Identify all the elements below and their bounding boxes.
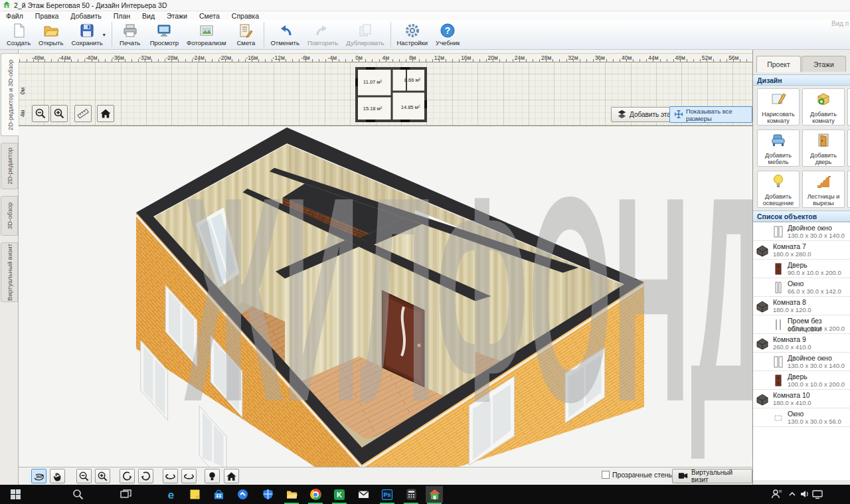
menu-item-Этажи[interactable]: Этажи: [161, 12, 193, 20]
view-light-sm-button[interactable]: [205, 469, 220, 483]
object-item-room[interactable]: Комната 10 180.0 x 410.0: [753, 390, 850, 408]
undo-button[interactable]: Отменить: [266, 21, 303, 48]
vruler-label: 0м: [19, 88, 26, 95]
taskbar-kompas-icon[interactable]: K: [331, 486, 348, 503]
object-item-room[interactable]: Комната 7 180.0 x 280.0: [753, 241, 850, 260]
object-item-room[interactable]: Комната 9 260.0 x 410.0: [753, 334, 850, 353]
plan-home-button[interactable]: [97, 105, 114, 122]
taskbar-mail-icon[interactable]: [355, 486, 372, 503]
taskbar-start-icon[interactable]: [7, 486, 24, 503]
menu-item-Файл[interactable]: Файл: [0, 12, 29, 20]
view-rot360-button[interactable]: 360: [31, 469, 46, 483]
taskbar-search-icon[interactable]: [69, 486, 86, 503]
open-icon: [43, 23, 59, 39]
menu-item-Вид[interactable]: Вид: [136, 12, 161, 20]
view-zoom-out-button[interactable]: [76, 469, 92, 483]
view-orbit-left-button[interactable]: [163, 469, 178, 483]
taskbar-notes-icon[interactable]: [186, 486, 203, 503]
object-item-window-double[interactable]: Двойное окно 130.0 x 30.0 x 140.0: [753, 353, 850, 371]
plan-zoom-out-button[interactable]: [32, 105, 49, 122]
photo-button[interactable]: Фотореализм: [183, 21, 230, 48]
ruler-label: 40м: [616, 54, 638, 61]
view-orbit-right-button[interactable]: [181, 469, 197, 483]
3d-viewport[interactable]: ЖИЛФОНД: [19, 126, 752, 467]
print-icon: [122, 23, 138, 39]
checkbox[interactable]: [602, 471, 610, 479]
room-icon: [756, 337, 769, 350]
show-all-dimensions-button[interactable]: Показывать все размеры: [669, 106, 752, 123]
network-display-icon[interactable]: [811, 488, 823, 500]
taskbar-assist-icon[interactable]: [234, 486, 251, 503]
taskbar-chrome-icon[interactable]: [307, 486, 324, 503]
menu-item-Справка[interactable]: Справка: [226, 12, 265, 20]
object-item-window-double[interactable]: Двойное окно 130.0 x 30.0 x 140.0: [753, 222, 850, 241]
menu-item-Добавить[interactable]: Добавить: [64, 12, 107, 20]
tray-chevron-icon[interactable]: [786, 488, 798, 500]
taskbar-photoshop-icon[interactable]: Ps: [379, 486, 396, 503]
transparent-walls-checkbox[interactable]: Прозрачные стены: [602, 471, 673, 479]
left-mode-tabs: 2D-редактор и 3D-обзор2D-редактор3D-обзо…: [0, 50, 19, 485]
ruler-label: -40м: [80, 54, 103, 61]
object-item-door[interactable]: Дверь 90.0 x 10.0 x 200.0: [753, 260, 850, 278]
right-tab-Этажи[interactable]: Этажи: [802, 56, 846, 72]
window-icon: [772, 281, 785, 294]
cut-button-sliver: [847, 129, 850, 167]
taskbar-store-icon[interactable]: [210, 486, 227, 503]
plan-zoom-in-button[interactable]: [50, 105, 68, 122]
taskbar-defender-icon[interactable]: [259, 486, 276, 503]
plan-strip[interactable]: 0м 4м 11.07 м² 8.66 м² 15.18 м² 14.85 м²…: [19, 62, 752, 126]
ruler-label: -20м: [214, 54, 236, 61]
settings-button[interactable]: Настройки: [393, 21, 432, 48]
view-home-button[interactable]: [224, 469, 239, 483]
taskbar-interior3d-icon[interactable]: [426, 486, 443, 503]
add-room-button[interactable]: Добавить комнату: [802, 88, 845, 126]
open-button[interactable]: Открыть: [35, 21, 67, 48]
left-tab-1[interactable]: 2D-редактор и 3D-обзор: [1, 53, 19, 136]
save-dropdown-arrow[interactable]: ▾: [103, 32, 110, 38]
camcorder-icon: [678, 471, 688, 481]
objects-section-header: Список объектов: [753, 210, 850, 222]
ruler-label: 44м: [642, 54, 665, 61]
object-item-window-sm[interactable]: Окно 130.0 x 30.0 x 56.0: [753, 408, 850, 427]
save-button[interactable]: Сохранить: [67, 21, 106, 48]
layers-icon: [617, 109, 627, 120]
menu-item-Смета[interactable]: Смета: [193, 12, 226, 20]
mini-2d-plan[interactable]: 11.07 м² 8.66 м² 15.18 м² 14.85 м²: [354, 64, 428, 125]
print-button[interactable]: Печать: [114, 21, 146, 48]
people-icon[interactable]: R: [770, 488, 782, 500]
object-list: Двойное окно 130.0 x 30.0 x 140.0 Комнат…: [753, 222, 850, 480]
view-zoom-in-button[interactable]: [95, 469, 110, 483]
estimate-button[interactable]: Смета: [230, 21, 262, 48]
speaker-icon[interactable]: [799, 488, 811, 500]
right-tab-Проект[interactable]: Проект: [756, 56, 801, 72]
door-big-button[interactable]: Добавить дверь: [802, 129, 845, 167]
left-tab-4[interactable]: Виртуальный визит: [1, 242, 18, 302]
stairs-button[interactable]: Лестницы и вырезы: [802, 171, 845, 208]
plan-measure-button[interactable]: [74, 105, 92, 122]
taskbar-task-view-icon[interactable]: [117, 486, 134, 503]
taskbar-edge-icon[interactable]: e: [162, 486, 179, 503]
left-tab-3[interactable]: 3D-обзор: [1, 196, 18, 236]
menu-item-План[interactable]: План: [108, 12, 136, 20]
duplicate-icon: [357, 23, 373, 39]
view-rotv-left-button[interactable]: [120, 469, 135, 483]
view-rotv-right-button[interactable]: [138, 469, 153, 483]
taskbar-explorer-icon[interactable]: [283, 486, 300, 503]
preview-button[interactable]: Просмотр: [146, 21, 183, 48]
light-button[interactable]: Добавить освещение: [757, 171, 800, 208]
object-item-room[interactable]: Комната 8 180.0 x 120.0: [753, 297, 850, 315]
view-pan-button[interactable]: [50, 469, 65, 483]
furniture-button[interactable]: Добавить мебель: [757, 129, 800, 167]
left-tab-2[interactable]: 2D-редактор: [1, 143, 18, 189]
menu-item-Правка[interactable]: Правка: [29, 12, 64, 20]
object-item-door[interactable]: Дверь 100.0 x 10.0 x 200.0: [753, 371, 850, 390]
ruler-label: -12м: [268, 54, 290, 61]
object-item-opening[interactable]: Проем без облицовки 100.0 x 30.0 x 200.0: [753, 315, 850, 334]
taskbar-calculator-icon[interactable]: [402, 486, 420, 503]
tutorial-button[interactable]: ?Учебник: [432, 21, 464, 48]
draw-room-button[interactable]: Нарисовать комнату: [757, 88, 800, 126]
new-button[interactable]: Создать: [3, 21, 35, 48]
object-item-window[interactable]: Окно 66.0 x 30.0 x 142.0: [753, 278, 850, 297]
stairs-icon: [815, 173, 831, 192]
virtual-visit-button[interactable]: Виртуальный визит: [672, 469, 752, 483]
